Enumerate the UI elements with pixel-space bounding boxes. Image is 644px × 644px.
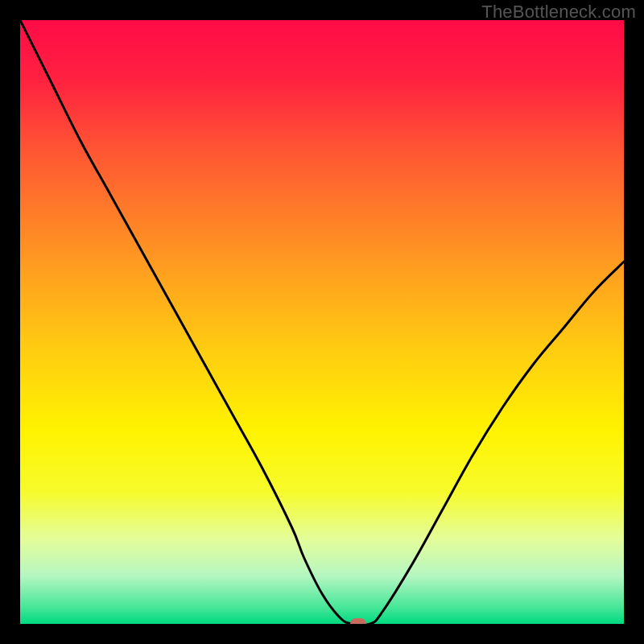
optimal-point-marker [350, 618, 366, 624]
bottleneck-line-chart [20, 20, 624, 624]
gradient-background [20, 20, 624, 624]
watermark-text: TheBottleneck.com [481, 2, 636, 23]
plot-area [20, 20, 624, 624]
chart-frame: TheBottleneck.com [0, 0, 644, 644]
